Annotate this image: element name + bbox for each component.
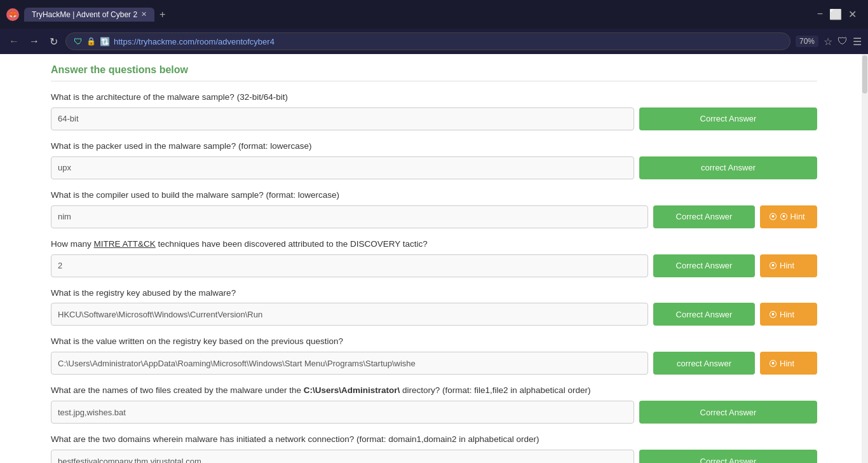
- tab-label: TryHackMe | Advent of Cyber 2: [32, 10, 137, 19]
- correct-answer-btn-q3[interactable]: Correct Answer: [653, 205, 755, 228]
- question-text-q3: What is the compiler used to build the m…: [51, 190, 817, 202]
- tracking-protection-icon: 🔃: [100, 37, 110, 46]
- hint-icon-q6: ⦿: [769, 359, 777, 368]
- question-block-q6: What is the value written on the registr…: [51, 336, 817, 375]
- minimize-button[interactable]: −: [817, 8, 823, 20]
- correct-answer-btn-q5[interactable]: Correct Answer: [653, 303, 755, 326]
- highlight-path-q7: C:\Users\Administrator\: [304, 385, 400, 395]
- tab-bar: TryHackMe | Advent of Cyber 2 ✕ + − ⬜ ✕: [24, 8, 862, 22]
- tab-close-button[interactable]: ✕: [141, 10, 147, 18]
- correct-answer-btn-q4[interactable]: Correct Answer: [653, 254, 755, 277]
- browser-icon: 🦊: [6, 8, 19, 21]
- menu-icon[interactable]: ☰: [853, 36, 862, 48]
- maximize-button[interactable]: ⬜: [829, 8, 842, 20]
- back-button[interactable]: ←: [6, 34, 22, 48]
- security-shield-icon: 🛡: [74, 36, 83, 46]
- window-action-buttons[interactable]: − ⬜ ✕: [817, 8, 862, 20]
- mitre-link: MITRE ATT&CK: [94, 239, 156, 249]
- lock-icon: 🔒: [86, 37, 96, 46]
- correct-answer-btn-q1[interactable]: Correct Answer: [639, 107, 817, 130]
- page-content: Answer the questions below What is the a…: [0, 54, 868, 463]
- answer-row-q1: Correct Answer: [51, 107, 817, 130]
- answer-row-q5: Correct Answer ⦿ Hint: [51, 303, 817, 326]
- hint-btn-q4[interactable]: ⦿ Hint: [760, 254, 817, 277]
- section-header: Answer the questions below: [51, 64, 817, 81]
- correct-answer-btn-q6[interactable]: correct Answer: [653, 352, 755, 375]
- hint-btn-q5[interactable]: ⦿ Hint: [760, 303, 817, 326]
- correct-answer-btn-q8[interactable]: Correct Answer: [639, 450, 817, 463]
- question-text-q6: What is the value written on the registr…: [51, 336, 817, 348]
- correct-answer-btn-q2[interactable]: correct Answer: [639, 156, 817, 179]
- scrollbar-thumb[interactable]: [862, 55, 867, 93]
- shield-badge-icon[interactable]: 🛡: [837, 36, 848, 47]
- hint-icon-q3: ⦿: [769, 212, 777, 221]
- forward-button[interactable]: →: [27, 34, 42, 48]
- correct-answer-btn-q7[interactable]: Correct Answer: [639, 401, 817, 424]
- hint-icon-q4: ⦿: [769, 261, 777, 270]
- answer-row-q4: Correct Answer ⦿ Hint: [51, 254, 817, 277]
- hint-btn-q3[interactable]: ⦿ ⦿ Hint: [760, 205, 817, 228]
- hint-btn-q6[interactable]: ⦿ Hint: [760, 352, 817, 375]
- question-text-q5: What is the registry key abused by the m…: [51, 287, 817, 300]
- hint-icon-q5: ⦿: [769, 310, 777, 319]
- question-block-q8: What are the two domains wherein malware…: [51, 434, 817, 463]
- scrollbar-track: [862, 54, 868, 463]
- question-block-q2: What is the packer used in the malware s…: [51, 141, 817, 179]
- answer-row-q2: correct Answer: [51, 156, 817, 179]
- bookmark-icon[interactable]: ☆: [824, 36, 832, 48]
- answer-row-q7: Correct Answer: [51, 401, 817, 424]
- answer-row-q8: Correct Answer: [51, 450, 817, 463]
- question-block-q4: How many MITRE ATT&CK techniques have be…: [51, 238, 817, 277]
- question-block-q5: What is the registry key abused by the m…: [51, 287, 817, 326]
- answer-input-q3[interactable]: [51, 205, 648, 228]
- answer-row-q6: correct Answer ⦿ Hint: [51, 352, 817, 375]
- question-text-q7: What are the names of two files created …: [51, 385, 817, 397]
- answer-input-q6[interactable]: [51, 352, 648, 375]
- question-block-q3: What is the compiler used to build the m…: [51, 190, 817, 228]
- question-text-q1: What is the architecture of the malware …: [51, 92, 817, 104]
- answer-input-q7[interactable]: [51, 401, 634, 424]
- question-text-q2: What is the packer used in the malware s…: [51, 141, 817, 153]
- question-block-q1: What is the architecture of the malware …: [51, 92, 817, 130]
- answer-input-q1[interactable]: [51, 107, 634, 130]
- refresh-button[interactable]: ↻: [47, 34, 60, 49]
- navigation-bar: ← → ↻ 🛡 🔒 🔃 https://tryhackme.com/room/a…: [0, 29, 868, 54]
- answer-row-q3: Correct Answer ⦿ ⦿ Hint: [51, 205, 817, 228]
- zoom-level: 70%: [796, 36, 818, 47]
- answer-input-q2[interactable]: [51, 156, 634, 179]
- window-controls: 🦊: [6, 8, 19, 21]
- question-text-q8: What are the two domains wherein malware…: [51, 434, 817, 446]
- question-text-q4: How many MITRE ATT&CK techniques have be…: [51, 238, 817, 251]
- close-button[interactable]: ✕: [848, 8, 857, 20]
- active-tab[interactable]: TryHackMe | Advent of Cyber 2 ✕: [24, 8, 154, 22]
- address-bar[interactable]: 🛡 🔒 🔃 https://tryhackme.com/room/advento…: [65, 32, 790, 50]
- question-block-q7: What are the names of two files created …: [51, 385, 817, 424]
- answer-input-q5[interactable]: [51, 303, 648, 326]
- answer-input-q8[interactable]: [51, 450, 634, 463]
- new-tab-button[interactable]: +: [157, 9, 168, 20]
- url-text: https://tryhackme.com/room/adventofcyber…: [114, 37, 275, 46]
- browser-title-bar: 🦊 TryHackMe | Advent of Cyber 2 ✕ + − ⬜ …: [0, 0, 868, 29]
- answer-input-q4[interactable]: [51, 254, 648, 277]
